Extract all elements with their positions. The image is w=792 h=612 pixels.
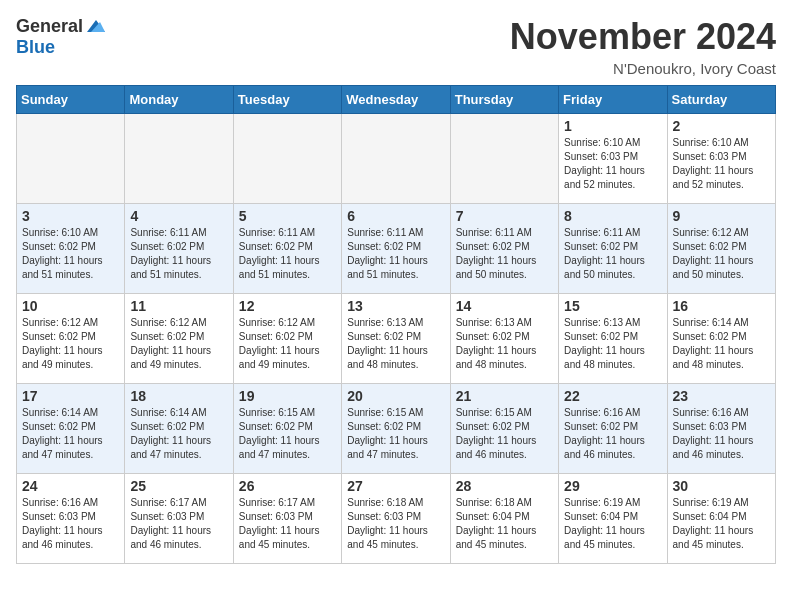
day-number: 4 <box>130 208 227 224</box>
page-header: General Blue November 2024 N'Denoukro, I… <box>16 16 776 77</box>
day-info: Sunrise: 6:13 AMSunset: 6:02 PMDaylight:… <box>456 316 553 372</box>
calendar-day-cell: 30Sunrise: 6:19 AMSunset: 6:04 PMDayligh… <box>667 474 775 564</box>
day-number: 28 <box>456 478 553 494</box>
weekday-header-row: SundayMondayTuesdayWednesdayThursdayFrid… <box>17 86 776 114</box>
day-number: 24 <box>22 478 119 494</box>
day-number: 14 <box>456 298 553 314</box>
calendar-week-row: 1Sunrise: 6:10 AMSunset: 6:03 PMDaylight… <box>17 114 776 204</box>
weekday-header: Monday <box>125 86 233 114</box>
calendar-day-cell: 2Sunrise: 6:10 AMSunset: 6:03 PMDaylight… <box>667 114 775 204</box>
calendar-day-cell <box>17 114 125 204</box>
calendar-day-cell: 14Sunrise: 6:13 AMSunset: 6:02 PMDayligh… <box>450 294 558 384</box>
calendar-day-cell: 20Sunrise: 6:15 AMSunset: 6:02 PMDayligh… <box>342 384 450 474</box>
weekday-header: Sunday <box>17 86 125 114</box>
calendar-day-cell <box>125 114 233 204</box>
weekday-header: Tuesday <box>233 86 341 114</box>
calendar-day-cell: 29Sunrise: 6:19 AMSunset: 6:04 PMDayligh… <box>559 474 667 564</box>
weekday-header: Thursday <box>450 86 558 114</box>
day-info: Sunrise: 6:12 AMSunset: 6:02 PMDaylight:… <box>673 226 770 282</box>
calendar-table: SundayMondayTuesdayWednesdayThursdayFrid… <box>16 85 776 564</box>
day-info: Sunrise: 6:12 AMSunset: 6:02 PMDaylight:… <box>130 316 227 372</box>
day-info: Sunrise: 6:13 AMSunset: 6:02 PMDaylight:… <box>564 316 661 372</box>
day-number: 26 <box>239 478 336 494</box>
day-number: 18 <box>130 388 227 404</box>
calendar-day-cell: 4Sunrise: 6:11 AMSunset: 6:02 PMDaylight… <box>125 204 233 294</box>
day-number: 27 <box>347 478 444 494</box>
day-info: Sunrise: 6:11 AMSunset: 6:02 PMDaylight:… <box>239 226 336 282</box>
day-number: 7 <box>456 208 553 224</box>
day-info: Sunrise: 6:19 AMSunset: 6:04 PMDaylight:… <box>673 496 770 552</box>
calendar-day-cell: 6Sunrise: 6:11 AMSunset: 6:02 PMDaylight… <box>342 204 450 294</box>
calendar-day-cell: 21Sunrise: 6:15 AMSunset: 6:02 PMDayligh… <box>450 384 558 474</box>
calendar-week-row: 10Sunrise: 6:12 AMSunset: 6:02 PMDayligh… <box>17 294 776 384</box>
calendar-day-cell: 16Sunrise: 6:14 AMSunset: 6:02 PMDayligh… <box>667 294 775 384</box>
day-info: Sunrise: 6:11 AMSunset: 6:02 PMDaylight:… <box>456 226 553 282</box>
day-info: Sunrise: 6:10 AMSunset: 6:03 PMDaylight:… <box>673 136 770 192</box>
day-info: Sunrise: 6:16 AMSunset: 6:02 PMDaylight:… <box>564 406 661 462</box>
calendar-day-cell: 22Sunrise: 6:16 AMSunset: 6:02 PMDayligh… <box>559 384 667 474</box>
day-info: Sunrise: 6:11 AMSunset: 6:02 PMDaylight:… <box>347 226 444 282</box>
calendar-day-cell: 3Sunrise: 6:10 AMSunset: 6:02 PMDaylight… <box>17 204 125 294</box>
day-info: Sunrise: 6:15 AMSunset: 6:02 PMDaylight:… <box>347 406 444 462</box>
day-number: 16 <box>673 298 770 314</box>
day-info: Sunrise: 6:13 AMSunset: 6:02 PMDaylight:… <box>347 316 444 372</box>
calendar-day-cell: 7Sunrise: 6:11 AMSunset: 6:02 PMDaylight… <box>450 204 558 294</box>
day-info: Sunrise: 6:14 AMSunset: 6:02 PMDaylight:… <box>130 406 227 462</box>
calendar-day-cell <box>450 114 558 204</box>
day-info: Sunrise: 6:17 AMSunset: 6:03 PMDaylight:… <box>239 496 336 552</box>
day-number: 5 <box>239 208 336 224</box>
calendar-day-cell: 24Sunrise: 6:16 AMSunset: 6:03 PMDayligh… <box>17 474 125 564</box>
day-info: Sunrise: 6:14 AMSunset: 6:02 PMDaylight:… <box>673 316 770 372</box>
day-number: 23 <box>673 388 770 404</box>
day-number: 15 <box>564 298 661 314</box>
calendar-day-cell: 28Sunrise: 6:18 AMSunset: 6:04 PMDayligh… <box>450 474 558 564</box>
month-title: November 2024 <box>510 16 776 58</box>
day-info: Sunrise: 6:16 AMSunset: 6:03 PMDaylight:… <box>673 406 770 462</box>
calendar-day-cell: 5Sunrise: 6:11 AMSunset: 6:02 PMDaylight… <box>233 204 341 294</box>
day-number: 3 <box>22 208 119 224</box>
day-info: Sunrise: 6:11 AMSunset: 6:02 PMDaylight:… <box>564 226 661 282</box>
calendar-day-cell: 13Sunrise: 6:13 AMSunset: 6:02 PMDayligh… <box>342 294 450 384</box>
day-info: Sunrise: 6:12 AMSunset: 6:02 PMDaylight:… <box>22 316 119 372</box>
location-title: N'Denoukro, Ivory Coast <box>510 60 776 77</box>
day-info: Sunrise: 6:15 AMSunset: 6:02 PMDaylight:… <box>239 406 336 462</box>
day-number: 10 <box>22 298 119 314</box>
day-number: 8 <box>564 208 661 224</box>
day-info: Sunrise: 6:11 AMSunset: 6:02 PMDaylight:… <box>130 226 227 282</box>
calendar-day-cell <box>233 114 341 204</box>
day-number: 2 <box>673 118 770 134</box>
day-info: Sunrise: 6:18 AMSunset: 6:04 PMDaylight:… <box>456 496 553 552</box>
day-info: Sunrise: 6:16 AMSunset: 6:03 PMDaylight:… <box>22 496 119 552</box>
calendar-day-cell: 1Sunrise: 6:10 AMSunset: 6:03 PMDaylight… <box>559 114 667 204</box>
day-number: 13 <box>347 298 444 314</box>
day-number: 29 <box>564 478 661 494</box>
calendar-week-row: 24Sunrise: 6:16 AMSunset: 6:03 PMDayligh… <box>17 474 776 564</box>
calendar-day-cell: 12Sunrise: 6:12 AMSunset: 6:02 PMDayligh… <box>233 294 341 384</box>
weekday-header: Friday <box>559 86 667 114</box>
day-number: 17 <box>22 388 119 404</box>
logo-general-text: General <box>16 17 83 37</box>
calendar-day-cell: 15Sunrise: 6:13 AMSunset: 6:02 PMDayligh… <box>559 294 667 384</box>
day-info: Sunrise: 6:10 AMSunset: 6:02 PMDaylight:… <box>22 226 119 282</box>
day-number: 22 <box>564 388 661 404</box>
day-info: Sunrise: 6:10 AMSunset: 6:03 PMDaylight:… <box>564 136 661 192</box>
logo-icon <box>85 16 107 38</box>
calendar-day-cell: 9Sunrise: 6:12 AMSunset: 6:02 PMDaylight… <box>667 204 775 294</box>
calendar-day-cell: 25Sunrise: 6:17 AMSunset: 6:03 PMDayligh… <box>125 474 233 564</box>
calendar-week-row: 17Sunrise: 6:14 AMSunset: 6:02 PMDayligh… <box>17 384 776 474</box>
calendar-day-cell: 17Sunrise: 6:14 AMSunset: 6:02 PMDayligh… <box>17 384 125 474</box>
calendar-day-cell: 18Sunrise: 6:14 AMSunset: 6:02 PMDayligh… <box>125 384 233 474</box>
calendar-week-row: 3Sunrise: 6:10 AMSunset: 6:02 PMDaylight… <box>17 204 776 294</box>
calendar-day-cell <box>342 114 450 204</box>
weekday-header: Saturday <box>667 86 775 114</box>
day-info: Sunrise: 6:12 AMSunset: 6:02 PMDaylight:… <box>239 316 336 372</box>
calendar-day-cell: 8Sunrise: 6:11 AMSunset: 6:02 PMDaylight… <box>559 204 667 294</box>
logo-blue-text: Blue <box>16 38 55 58</box>
day-number: 1 <box>564 118 661 134</box>
calendar-day-cell: 10Sunrise: 6:12 AMSunset: 6:02 PMDayligh… <box>17 294 125 384</box>
day-number: 21 <box>456 388 553 404</box>
title-area: November 2024 N'Denoukro, Ivory Coast <box>510 16 776 77</box>
day-number: 19 <box>239 388 336 404</box>
day-info: Sunrise: 6:19 AMSunset: 6:04 PMDaylight:… <box>564 496 661 552</box>
calendar-day-cell: 27Sunrise: 6:18 AMSunset: 6:03 PMDayligh… <box>342 474 450 564</box>
